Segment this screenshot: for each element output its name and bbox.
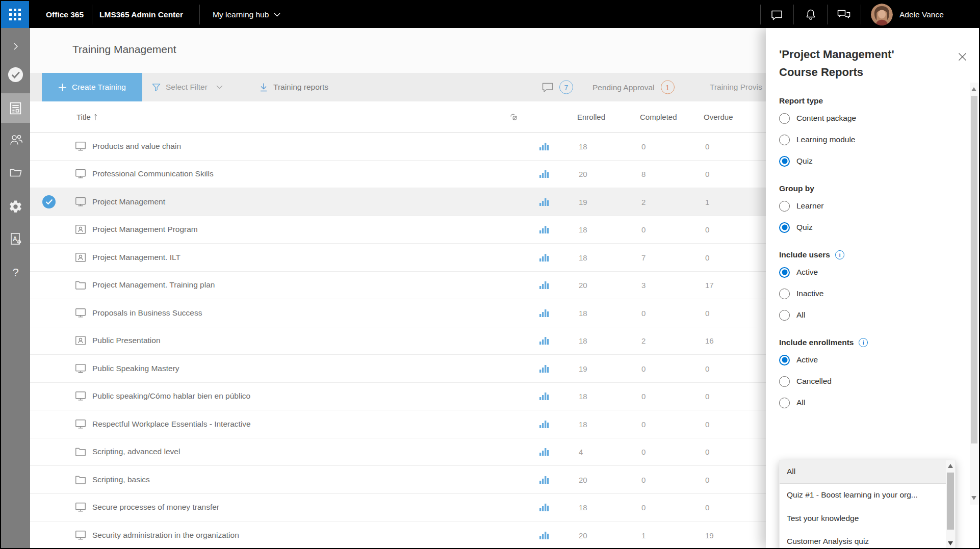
radio-option[interactable]: All [779, 304, 947, 326]
sidebar-item-settings[interactable] [1, 193, 30, 220]
table-row[interactable]: Public speaking/Cómo hablar bien en públ… [30, 383, 766, 411]
table-row[interactable]: Secure processes of money transfer 18 0 … [30, 494, 766, 522]
notifications-button[interactable] [805, 1, 817, 28]
report-chart-icon[interactable] [539, 531, 550, 540]
report-chart-icon[interactable] [539, 225, 550, 234]
office365-link[interactable]: Office 365 [46, 1, 84, 28]
column-header-title[interactable]: Title [76, 113, 98, 121]
table-row[interactable]: Products and value chain 18 0 0 [30, 133, 766, 161]
comments-button[interactable]: 7 [541, 81, 573, 94]
completed-count: 0 [641, 392, 646, 401]
report-chart-icon[interactable] [539, 475, 550, 484]
radio-option[interactable]: Inactive [779, 283, 947, 304]
report-chart-icon[interactable] [539, 503, 550, 512]
table-row[interactable]: Scripting, advanced level 4 0 0 [30, 438, 766, 466]
table-row[interactable]: Professional Communication Skills 20 8 0 [30, 161, 766, 189]
app-launcher-button[interactable] [1, 1, 29, 28]
radio-option[interactable]: All [779, 392, 947, 413]
training-title[interactable]: Project Management [92, 197, 165, 206]
table-row[interactable]: Proposals in Business Success 18 0 0 [30, 299, 766, 327]
radio-option[interactable]: Quiz [779, 150, 947, 172]
report-chart-icon[interactable] [539, 308, 550, 318]
my-learning-hub-dropdown[interactable]: My learning hub [213, 1, 280, 28]
training-title[interactable]: Public Presentation [92, 336, 161, 345]
scroll-up-arrow[interactable] [948, 464, 953, 468]
radio-option[interactable]: Cancelled [779, 371, 947, 392]
training-title[interactable]: Products and value chain [92, 142, 181, 151]
scope-option[interactable]: Customer Analysis quiz [780, 530, 946, 549]
training-title[interactable]: Security administration in the organizat… [92, 531, 239, 540]
column-header-link[interactable] [508, 112, 519, 122]
training-reports-button[interactable]: Training reports [259, 82, 328, 92]
avatar[interactable] [871, 4, 893, 25]
report-chart-icon[interactable] [539, 253, 550, 262]
scrollbar-thumb[interactable] [947, 473, 954, 530]
column-header-overdue[interactable]: Overdue [704, 113, 733, 121]
radio-option[interactable]: Learning module [779, 129, 947, 150]
training-title[interactable]: Project Management Program [92, 225, 198, 234]
radio-option[interactable]: Content package [779, 108, 947, 129]
radio-option[interactable]: Learner [779, 195, 947, 217]
info-icon[interactable]: i [835, 250, 844, 259]
table-row[interactable]: Security administration in the organizat… [30, 521, 766, 549]
scope-option[interactable]: Test your knowledge [780, 507, 946, 530]
feedback-button[interactable] [836, 1, 852, 28]
sidebar-item-app-configuration[interactable]: A [1, 226, 30, 252]
scope-option[interactable]: All [780, 460, 946, 484]
training-title[interactable]: Project Management. ILT [92, 253, 180, 262]
pending-approval-button[interactable]: Pending Approval 1 [592, 81, 675, 94]
table-row[interactable]: Project Management Program 18 0 0 [30, 216, 766, 244]
report-chart-icon[interactable] [539, 364, 550, 373]
report-chart-icon[interactable] [539, 197, 550, 206]
scroll-up-arrow[interactable] [971, 87, 976, 91]
training-title[interactable]: Proposals in Business Success [92, 308, 202, 318]
training-title[interactable]: Professional Communication Skills [92, 169, 214, 178]
admin-center-title[interactable]: LMS365 Admin Center [99, 1, 183, 28]
create-training-button[interactable]: Create Training [42, 73, 142, 101]
panel-scrollbar[interactable] [970, 83, 978, 505]
sidebar-item-lms365-home[interactable] [1, 61, 30, 88]
radio-option[interactable]: Active [779, 349, 947, 371]
training-title[interactable]: Public speaking/Cómo hablar bien en públ… [92, 391, 250, 401]
table-row[interactable]: Project Management 19 2 1 [30, 188, 766, 216]
training-title[interactable]: Secure processes of money transfer [92, 503, 219, 512]
table-row[interactable]: Scripting, basics 20 0 0 [30, 466, 766, 494]
chat-button[interactable] [770, 1, 784, 28]
scroll-down-arrow[interactable] [971, 496, 976, 500]
training-title[interactable]: Respectful Workplace Essentials - Intera… [92, 420, 251, 429]
user-name[interactable]: Adele Vance [899, 1, 944, 28]
training-title[interactable]: Scripting, basics [92, 475, 150, 484]
scrollbar-thumb[interactable] [971, 96, 977, 443]
info-icon[interactable]: i [859, 338, 868, 347]
training-provision-tab[interactable]: Training Provis [710, 83, 762, 92]
select-filter-button[interactable]: Select Filter [151, 83, 223, 92]
table-row[interactable]: Respectful Workplace Essentials - Intera… [30, 410, 766, 438]
table-row[interactable]: Project Management. Training plan 20 3 1… [30, 272, 766, 300]
dropdown-scrollbar[interactable] [946, 460, 955, 549]
scope-option[interactable]: Quiz #1 - Boost learning in your org... [780, 484, 946, 507]
report-chart-icon[interactable] [539, 142, 550, 151]
table-row[interactable]: Public Speaking Mastery 19 0 0 [30, 355, 766, 383]
training-title[interactable]: Scripting, advanced level [92, 447, 180, 456]
report-chart-icon[interactable] [539, 420, 550, 429]
training-title[interactable]: Public Speaking Mastery [92, 364, 179, 373]
radio-option[interactable]: Active [779, 262, 947, 283]
report-chart-icon[interactable] [539, 280, 550, 290]
column-header-enrolled[interactable]: Enrolled [577, 113, 605, 121]
table-row[interactable]: Public Presentation 18 2 16 [30, 327, 766, 355]
report-chart-icon[interactable] [539, 169, 550, 178]
report-chart-icon[interactable] [539, 391, 550, 401]
column-header-completed[interactable]: Completed [640, 113, 677, 121]
radio-option[interactable]: Quiz [779, 217, 947, 238]
sidebar-item-users[interactable] [1, 126, 30, 153]
sidebar-expand-button[interactable] [1, 33, 30, 60]
sidebar-item-training-management[interactable] [1, 93, 30, 123]
scroll-down-arrow[interactable] [948, 541, 953, 545]
report-chart-icon[interactable] [539, 447, 550, 456]
table-row[interactable]: Project Management. ILT 18 7 0 [30, 244, 766, 272]
training-title[interactable]: Project Management. Training plan [92, 280, 215, 290]
sidebar-item-help[interactable]: ? [1, 259, 30, 286]
report-chart-icon[interactable] [539, 336, 550, 345]
sidebar-item-course-catalog[interactable] [1, 160, 30, 186]
close-button[interactable] [958, 53, 967, 61]
